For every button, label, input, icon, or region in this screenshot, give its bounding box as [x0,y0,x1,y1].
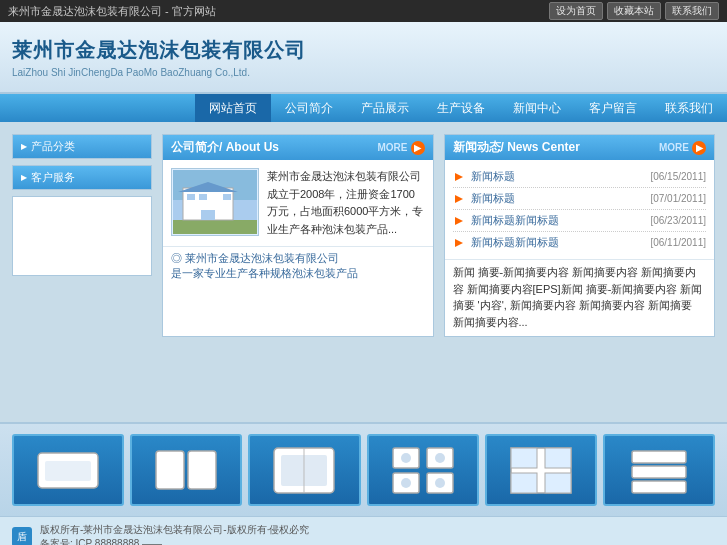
product-thumb-2[interactable] [130,434,242,506]
nav-item-equipment[interactable]: 生产设备 [423,94,499,122]
product-thumb-4[interactable] [367,434,479,506]
product-icon-1 [33,443,103,498]
svg-rect-29 [511,448,537,468]
svg-rect-16 [188,451,216,489]
product-thumb-6[interactable] [603,434,715,506]
svg-marker-9 [455,173,463,181]
product-icon-6 [624,443,694,498]
svg-rect-35 [632,481,686,493]
svg-rect-5 [201,210,215,220]
about-more-icon: ▶ [411,141,425,155]
svg-point-25 [435,453,445,463]
product-thumb-5[interactable] [485,434,597,506]
nav-bar: 网站首页 公司简介 产品展示 生产设备 新闻中心 客户留言 联系我们 [0,94,727,122]
nav-item-contact[interactable]: 联系我们 [651,94,727,122]
center-content: 公司简介/ About Us MORE ▶ [162,134,715,410]
svg-rect-33 [632,451,686,463]
svg-point-24 [401,453,411,463]
about-text: 莱州市金晟达泡沫包装有限公司成立于2008年，注册资金1700万元，占地面积60… [267,168,425,238]
nav-item-about[interactable]: 公司简介 [271,94,347,122]
svg-rect-6 [187,194,195,200]
news-panel: 新闻动态/ News Center MORE ▶ 新闻标题 [06/15/201… [444,134,716,337]
sidebar-box [12,196,152,276]
shield-icon: 盾 [12,527,32,545]
svg-point-27 [435,478,445,488]
sidebar: 产品分类 客户服务 [12,134,152,410]
top-bar-left: 来州市金晟达泡沫包装有限公司 - 官方网站 [8,4,216,19]
svg-rect-34 [632,466,686,478]
svg-rect-32 [545,473,571,493]
product-icon-3 [269,443,339,498]
footer-text: 版权所有-莱州市金晟达泡沫包装有限公司-版权所有·侵权必究 备案号: ICP 8… [40,523,309,545]
svg-rect-8 [223,194,231,200]
svg-marker-12 [455,239,463,247]
news-item-3[interactable]: 新闻标题新闻标题 [06/23/2011] [453,210,707,232]
news-more-link[interactable]: MORE ▶ [659,141,706,155]
news-body: 新闻标题 [06/15/2011] 新闻标题 [07/01/2011] 新闻标题… [445,160,715,259]
svg-rect-15 [156,451,184,489]
news-header: 新闻动态/ News Center MORE ▶ [445,135,715,160]
header: 莱州市金晟达泡沫包装有限公司 LaiZhou Shi JinChengDa Pa… [0,22,727,94]
news-arrow-icon-2 [453,193,465,205]
product-icon-2 [151,443,221,498]
about-image [171,168,259,236]
news-digest: 新闻 摘要-新闻摘要内容 新闻摘要内容 新闻摘要内容 新闻摘要内容[EPS]新闻… [445,259,715,336]
footer-line2: 备案号: ICP 88888888 —— [40,537,309,545]
about-header: 公司简介/ About Us MORE ▶ [163,135,433,160]
svg-rect-2 [173,220,257,234]
about-footer: ◎ 莱州市金晟达泡沫包装有限公司 是一家专业生产各种规格泡沫包装产品 [163,246,433,287]
about-panel: 公司简介/ About Us MORE ▶ [162,134,434,337]
product-thumb-1[interactable] [12,434,124,506]
about-more-link[interactable]: MORE ▶ [378,141,425,155]
svg-point-26 [401,478,411,488]
logo-english: LaiZhou Shi JinChengDa PaoMo BaoZhuang C… [12,67,715,78]
building-illustration [173,170,257,234]
svg-marker-10 [455,195,463,203]
set-homepage-button[interactable]: 设为首页 [549,2,603,20]
logo-area: 莱州市金晟达泡沫包装有限公司 LaiZhou Shi JinChengDa Pa… [12,37,715,78]
product-icon-5 [506,443,576,498]
main-content: 产品分类 客户服务 公司简介/ About Us MORE ▶ [0,122,727,422]
two-column: 公司简介/ About Us MORE ▶ [162,134,715,345]
sidebar-section-products: 产品分类 [12,134,152,159]
svg-rect-31 [511,473,537,493]
nav-item-products[interactable]: 产品展示 [347,94,423,122]
news-item-1[interactable]: 新闻标题 [06/15/2011] [453,166,707,188]
sidebar-products-header: 产品分类 [13,135,151,158]
nav-item-home[interactable]: 网站首页 [195,94,271,122]
svg-rect-30 [545,448,571,468]
top-bar-buttons: 设为首页 收藏本站 联系我们 [549,2,719,20]
svg-rect-7 [199,194,207,200]
about-title: 公司简介/ About Us [171,139,279,156]
news-arrow-icon-3 [453,215,465,227]
news-arrow-icon-4 [453,237,465,249]
contact-button[interactable]: 联系我们 [665,2,719,20]
news-more-icon: ▶ [692,141,706,155]
top-bar: 来州市金晟达泡沫包装有限公司 - 官方网站 设为首页 收藏本站 联系我们 [0,0,727,22]
sidebar-section-service: 客户服务 [12,165,152,190]
svg-marker-11 [455,217,463,225]
nav-item-news[interactable]: 新闻中心 [499,94,575,122]
product-strip [0,422,727,516]
bookmark-button[interactable]: 收藏本站 [607,2,661,20]
logo-chinese: 莱州市金晟达泡沫包装有限公司 [12,37,715,64]
about-body: 莱州市金晟达泡沫包装有限公司成立于2008年，注册资金1700万元，占地面积60… [163,160,433,246]
product-thumb-3[interactable] [248,434,360,506]
news-arrow-icon-1 [453,171,465,183]
svg-rect-14 [45,461,91,481]
sidebar-service-header: 客户服务 [13,166,151,189]
footer-line1: 版权所有-莱州市金晟达泡沫包装有限公司-版权所有·侵权必究 [40,523,309,537]
news-item-4[interactable]: 新闻标题新闻标题 [06/11/2011] [453,232,707,253]
product-icon-4 [388,443,458,498]
nav-item-guestbook[interactable]: 客户留言 [575,94,651,122]
footer: 盾 版权所有-莱州市金晟达泡沫包装有限公司-版权所有·侵权必究 备案号: ICP… [0,516,727,545]
news-item-2[interactable]: 新闻标题 [07/01/2011] [453,188,707,210]
news-title: 新闻动态/ News Center [453,139,580,156]
